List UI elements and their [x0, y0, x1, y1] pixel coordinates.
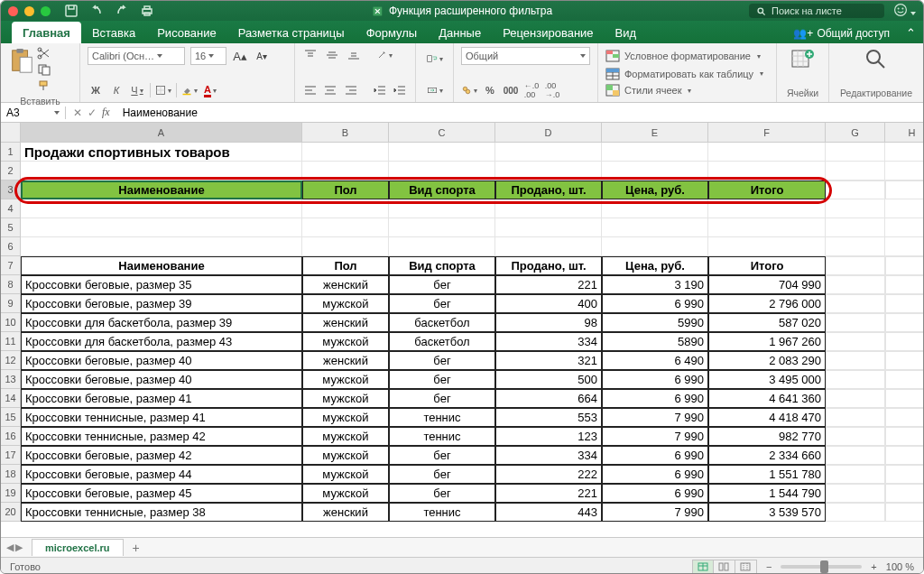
cell[interactable]	[389, 162, 495, 181]
cell[interactable]: бег	[389, 446, 495, 465]
undo-icon[interactable]	[88, 3, 105, 19]
row-header[interactable]: 15	[1, 408, 21, 427]
cell[interactable]	[885, 427, 923, 446]
row-header[interactable]: 4	[1, 199, 21, 218]
cell[interactable]	[885, 162, 923, 181]
row-header[interactable]: 13	[1, 370, 21, 389]
format-as-table-button[interactable]: Форматировать как таблицу	[624, 69, 753, 79]
cell[interactable]: 98	[495, 313, 602, 332]
cell[interactable]	[389, 237, 495, 256]
cell[interactable]: 221	[495, 484, 602, 503]
cell[interactable]	[302, 199, 389, 218]
decrease-font-icon[interactable]: A▾	[254, 48, 270, 64]
italic-button[interactable]: К	[108, 82, 125, 98]
cell[interactable]	[826, 427, 885, 446]
cell[interactable]: 3 495 000	[708, 370, 826, 389]
cell[interactable]: 4 641 360	[708, 389, 826, 408]
cell[interactable]: мужской	[302, 465, 389, 484]
thousands-icon[interactable]: 000	[503, 82, 519, 98]
row-header[interactable]: 7	[1, 256, 21, 275]
cell[interactable]: теннис	[389, 408, 495, 427]
increase-indent-icon[interactable]	[392, 82, 408, 98]
cell[interactable]	[21, 162, 302, 181]
currency-icon[interactable]: ▾	[461, 82, 477, 98]
select-all-corner[interactable]	[1, 123, 21, 143]
cell[interactable]	[826, 162, 885, 181]
collapse-ribbon-button[interactable]: ⌃	[899, 23, 923, 43]
cell[interactable]: Продано, шт.	[495, 181, 602, 199]
cells-icon[interactable]	[790, 47, 817, 72]
cell[interactable]: Кроссовки теннисные, размер 41	[21, 408, 302, 427]
cell[interactable]	[885, 408, 923, 427]
tab-home[interactable]: Главная	[12, 22, 81, 43]
tab-draw[interactable]: Рисование	[146, 22, 226, 43]
cell[interactable]: 3 539 570	[708, 503, 826, 522]
print-icon[interactable]	[139, 3, 155, 19]
cell[interactable]	[708, 162, 826, 181]
cell[interactable]: 6 490	[602, 351, 708, 370]
cell[interactable]: женский	[302, 503, 389, 522]
decrease-indent-icon[interactable]	[372, 82, 388, 98]
cell[interactable]: 6 990	[602, 446, 708, 465]
cell[interactable]	[885, 351, 923, 370]
cell[interactable]	[495, 143, 602, 162]
cell[interactable]	[302, 143, 389, 162]
cell[interactable]: бег	[389, 351, 495, 370]
tab-page-layout[interactable]: Разметка страницы	[227, 22, 356, 43]
cell[interactable]	[826, 294, 885, 313]
cell[interactable]: бег	[389, 370, 495, 389]
cell[interactable]: мужской	[302, 408, 389, 427]
cell[interactable]: Наименование	[21, 181, 302, 199]
cut-icon[interactable]	[37, 47, 53, 61]
tab-data[interactable]: Данные	[428, 22, 492, 43]
percent-icon[interactable]: %	[482, 82, 498, 98]
cell[interactable]	[826, 143, 885, 162]
cell[interactable]: 664	[495, 389, 602, 408]
cell[interactable]: мужской	[302, 332, 389, 351]
cell[interactable]: 7 990	[602, 503, 708, 522]
cell[interactable]: мужской	[302, 484, 389, 503]
sheet-nav-next-icon[interactable]: ▶	[15, 542, 23, 553]
cell[interactable]: 982 770	[708, 427, 826, 446]
cell[interactable]: Кроссовки теннисные, размер 42	[21, 427, 302, 446]
page-break-view-button[interactable]	[735, 560, 757, 574]
column-header[interactable]: H	[885, 123, 923, 143]
search-input[interactable]: Поиск на листе	[749, 4, 884, 18]
cell[interactable]: 1 551 780	[708, 465, 826, 484]
cell[interactable]	[885, 237, 923, 256]
cell[interactable]: 4 418 470	[708, 408, 826, 427]
cell[interactable]	[389, 218, 495, 237]
align-top-icon[interactable]	[302, 47, 319, 63]
align-bottom-icon[interactable]	[346, 47, 362, 63]
conditional-formatting-button[interactable]: Условное форматирование	[624, 51, 751, 61]
cell[interactable]: Кроссовки беговые, размер 39	[21, 294, 302, 313]
format-painter-icon[interactable]	[37, 79, 53, 94]
cell[interactable]	[826, 351, 885, 370]
cell[interactable]: 6 990	[602, 370, 708, 389]
cell[interactable]: 6 990	[602, 389, 708, 408]
row-header[interactable]: 10	[1, 313, 21, 332]
formula-input[interactable]: Наименование	[117, 106, 923, 119]
cell[interactable]: 7 990	[602, 427, 708, 446]
cell[interactable]	[826, 389, 885, 408]
column-header[interactable]: F	[708, 123, 826, 143]
feedback-icon[interactable]	[893, 3, 916, 20]
cell[interactable]: Кроссовки беговые, размер 41	[21, 389, 302, 408]
cell[interactable]	[602, 143, 708, 162]
cell[interactable]: Вид спорта	[389, 256, 495, 275]
row-header[interactable]: 16	[1, 427, 21, 446]
tab-formulas[interactable]: Формулы	[356, 22, 429, 43]
cell[interactable]: Кроссовки беговые, размер 42	[21, 446, 302, 465]
column-header[interactable]: A	[21, 123, 302, 143]
cell[interactable]: 5890	[602, 332, 708, 351]
cell[interactable]	[602, 199, 708, 218]
cell[interactable]: Наименование	[21, 256, 302, 275]
cell[interactable]: Вид спорта	[389, 181, 495, 199]
cell[interactable]	[21, 199, 302, 218]
row-header[interactable]: 12	[1, 351, 21, 370]
zoom-slider[interactable]	[781, 565, 862, 569]
row-header[interactable]: 19	[1, 484, 21, 503]
cell[interactable]: 587 020	[708, 313, 826, 332]
cell[interactable]	[708, 143, 826, 162]
cell[interactable]: 334	[495, 332, 602, 351]
